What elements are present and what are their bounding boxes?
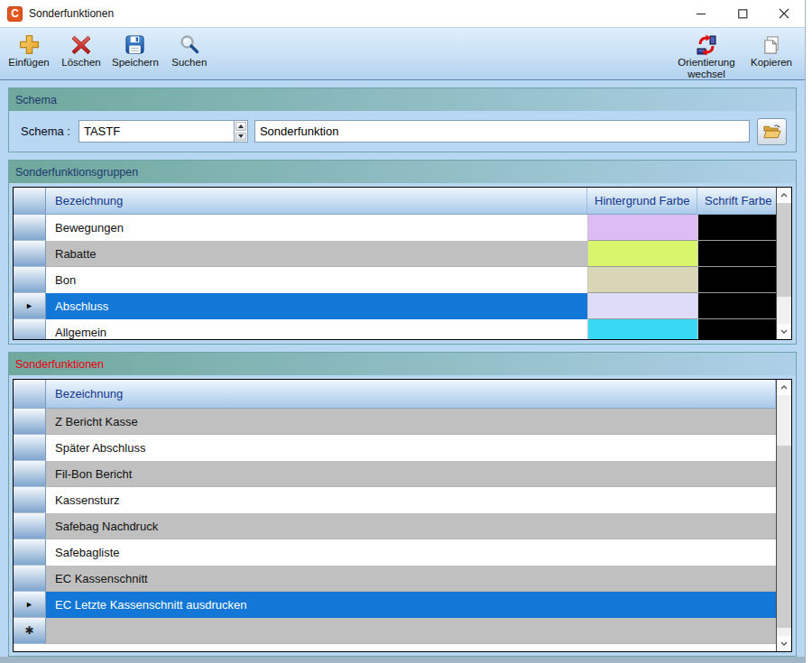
- row-header[interactable]: ✱: [14, 618, 46, 644]
- suchen-button[interactable]: Suchen: [163, 32, 216, 69]
- row-label: Bewegungen: [46, 215, 587, 241]
- schema-group-title: Schema: [15, 94, 57, 106]
- row-header[interactable]: [14, 435, 46, 461]
- gruppen-table: Bezeichnung Hintergrund Farbe Schrift Fa…: [13, 187, 792, 340]
- background-color-cell[interactable]: [587, 215, 697, 241]
- scroll-up-button[interactable]: [777, 380, 791, 395]
- row-header[interactable]: [14, 241, 46, 267]
- content-area: Schema Schema :: [0, 80, 805, 657]
- column-header-bezeichnung[interactable]: Bezeichnung: [46, 188, 587, 215]
- schema-name-input[interactable]: [254, 120, 750, 143]
- background-color-cell[interactable]: [587, 267, 697, 293]
- window-title: Sonderfunktionen: [29, 7, 114, 20]
- row-header[interactable]: [14, 215, 46, 241]
- background-color-cell[interactable]: [587, 241, 697, 267]
- row-header[interactable]: [14, 539, 46, 566]
- table-row[interactable]: EC Kassenschnitt: [14, 566, 776, 592]
- app-window: C Sonderfunktionen Einfügen: [0, 0, 806, 657]
- table-row[interactable]: Safebag Nachdruck: [14, 513, 776, 539]
- background-color-cell[interactable]: [587, 293, 697, 319]
- column-header-bezeichnung[interactable]: Bezeichnung: [46, 380, 776, 409]
- current-row-arrow-icon: ►: [25, 302, 33, 310]
- scroll-down-button[interactable]: [777, 636, 791, 651]
- table-row[interactable]: Kassensturz: [14, 487, 776, 513]
- row-header[interactable]: ►: [14, 293, 46, 319]
- new-row-asterisk-icon: ✱: [24, 625, 33, 636]
- scroll-up-button[interactable]: [777, 188, 791, 203]
- scroll-thumb[interactable]: [777, 446, 791, 628]
- close-button[interactable]: [763, 0, 805, 27]
- table-row[interactable]: Rabatte: [14, 241, 776, 267]
- row-label: EC Letzte Kassenschnitt ausdrucken: [46, 592, 776, 618]
- spinner-down-button[interactable]: [235, 133, 246, 142]
- row-header[interactable]: ►: [14, 592, 46, 618]
- toolbar: Einfügen Löschen Speichern Suchen: [0, 27, 805, 80]
- current-row-arrow-icon: ►: [25, 601, 33, 609]
- row-header[interactable]: [14, 409, 46, 435]
- search-icon: [179, 32, 200, 57]
- font-color-cell[interactable]: [697, 241, 776, 267]
- row-label: [46, 618, 776, 644]
- schema-code-spin-wrap: [78, 120, 248, 143]
- font-color-cell[interactable]: [697, 319, 776, 339]
- background-color-cell[interactable]: [587, 319, 697, 339]
- row-header[interactable]: [14, 319, 46, 339]
- row-header[interactable]: [14, 487, 46, 513]
- funktionen-group: Sonderfunktionen Bezeichnung Z Bericht K…: [8, 352, 797, 657]
- gruppen-scrollbar[interactable]: [776, 188, 791, 339]
- table-row[interactable]: Bewegungen: [14, 215, 776, 241]
- font-color-cell[interactable]: [697, 267, 776, 293]
- row-header[interactable]: [14, 461, 46, 487]
- schema-field-label: Schema :: [21, 124, 70, 138]
- row-label: Safebagliste: [46, 539, 776, 566]
- scroll-down-button[interactable]: [777, 324, 791, 339]
- funktionen-table-main: Bezeichnung Z Bericht Kasse Später Absch…: [14, 380, 776, 651]
- gruppen-group-title: Sonderfunktionsgruppen: [15, 166, 138, 179]
- table-row[interactable]: Später Abschluss: [14, 435, 776, 461]
- funktionen-scrollbar[interactable]: [776, 380, 791, 651]
- maximize-button[interactable]: [722, 0, 763, 27]
- scroll-thumb[interactable]: [777, 203, 791, 297]
- minimize-button[interactable]: [680, 0, 722, 27]
- loeschen-button[interactable]: Löschen: [55, 32, 107, 69]
- table-row[interactable]: Fil-Bon Bericht: [14, 461, 776, 487]
- scroll-track[interactable]: [777, 395, 791, 636]
- speichern-button[interactable]: Speichern: [107, 32, 163, 69]
- gruppen-group-header: Sonderfunktionsgruppen: [9, 161, 796, 183]
- schema-group-header: Schema: [9, 88, 796, 111]
- orientierung-wechsel-button[interactable]: Orientierung wechsel: [668, 32, 745, 81]
- table-row-new[interactable]: ✱: [14, 618, 776, 644]
- copy-icon: [761, 32, 782, 57]
- row-header[interactable]: [14, 267, 46, 293]
- row-label: Rabatte: [46, 241, 587, 267]
- spinner-up-button[interactable]: [235, 122, 246, 131]
- row-label: Später Abschluss: [46, 435, 776, 461]
- funktionen-grid-pad: Bezeichnung Z Bericht Kasse Später Absch…: [9, 375, 796, 656]
- kopieren-button[interactable]: Kopieren: [745, 32, 798, 69]
- app-logo-icon: C: [7, 6, 23, 22]
- row-label: Abschluss: [46, 293, 587, 319]
- table-row[interactable]: Safebagliste: [14, 539, 776, 566]
- table-row[interactable]: Z Bericht Kasse: [14, 409, 776, 435]
- window-bottom-edge: [0, 657, 806, 663]
- open-schema-button[interactable]: [757, 118, 787, 145]
- screen: C Sonderfunktionen Einfügen: [0, 0, 812, 663]
- font-color-cell[interactable]: [697, 293, 776, 319]
- row-header[interactable]: [14, 513, 46, 539]
- row-label: Safebag Nachdruck: [46, 513, 776, 539]
- row-label: Bon: [46, 267, 587, 293]
- table-row-selected[interactable]: ► Abschluss: [14, 293, 776, 319]
- table-row[interactable]: Allgemein: [14, 319, 776, 339]
- row-label: Allgemein: [46, 319, 587, 339]
- schema-code-input[interactable]: [78, 120, 234, 143]
- table-row-selected[interactable]: ► EC Letzte Kassenschnitt ausdrucken: [14, 592, 776, 618]
- close-icon: [779, 8, 789, 19]
- funktionen-table: Bezeichnung Z Bericht Kasse Später Absch…: [13, 379, 792, 652]
- row-header[interactable]: [14, 566, 46, 592]
- font-color-cell[interactable]: [697, 215, 776, 241]
- column-header-hintergrund-farbe[interactable]: Hintergrund Farbe: [587, 188, 697, 215]
- scroll-track[interactable]: [777, 203, 791, 324]
- einfuegen-button[interactable]: Einfügen: [3, 32, 55, 69]
- table-row[interactable]: Bon: [14, 267, 776, 293]
- column-header-schrift-farbe[interactable]: Schrift Farbe: [697, 188, 776, 215]
